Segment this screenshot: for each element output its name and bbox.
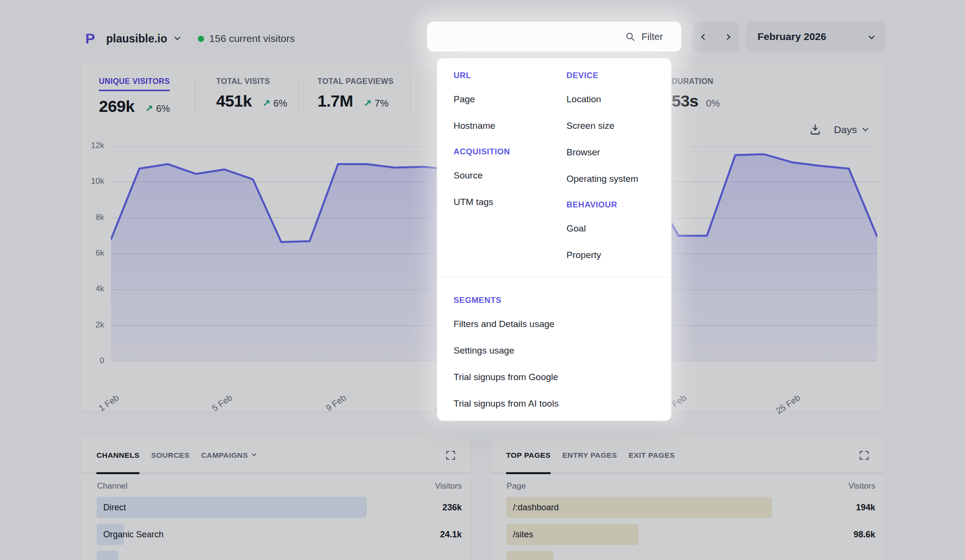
segment-item[interactable]: Trial signups from Google [454, 372, 655, 382]
group-heading-behaviour: BEHAVIOUR [566, 200, 655, 210]
filter-item-hostname[interactable]: Hostname [454, 121, 566, 131]
filter-item-location[interactable]: Location [566, 94, 655, 105]
filter-item-property[interactable]: Property [566, 250, 655, 260]
group-heading-device: DEVICE [566, 71, 655, 81]
filter-search-bar[interactable]: Filter [427, 22, 681, 52]
filter-item-page[interactable]: Page [454, 94, 566, 105]
filter-dropdown: URL Page Hostname ACQUISITION Source UTM… [437, 58, 672, 421]
search-icon [625, 32, 635, 42]
filter-placeholder: Filter [642, 31, 663, 42]
group-heading-url: URL [454, 71, 566, 81]
filter-item-source[interactable]: Source [454, 170, 566, 181]
filter-item-screen-size[interactable]: Screen size [566, 121, 655, 131]
segment-item[interactable]: Settings usage [454, 345, 655, 356]
segment-item[interactable]: Filters and Details usage [454, 319, 655, 329]
filter-item-operating-system[interactable]: Operating system [566, 174, 655, 184]
filter-item-utm-tags[interactable]: UTM tags [454, 197, 566, 207]
group-heading-segments: SEGMENTS [454, 296, 655, 305]
filter-item-goal[interactable]: Goal [566, 223, 655, 234]
group-heading-acquisition: ACQUISITION [454, 147, 566, 157]
segment-item[interactable]: Trial signups from AI tools [454, 398, 655, 409]
filter-item-browser[interactable]: Browser [566, 147, 655, 158]
